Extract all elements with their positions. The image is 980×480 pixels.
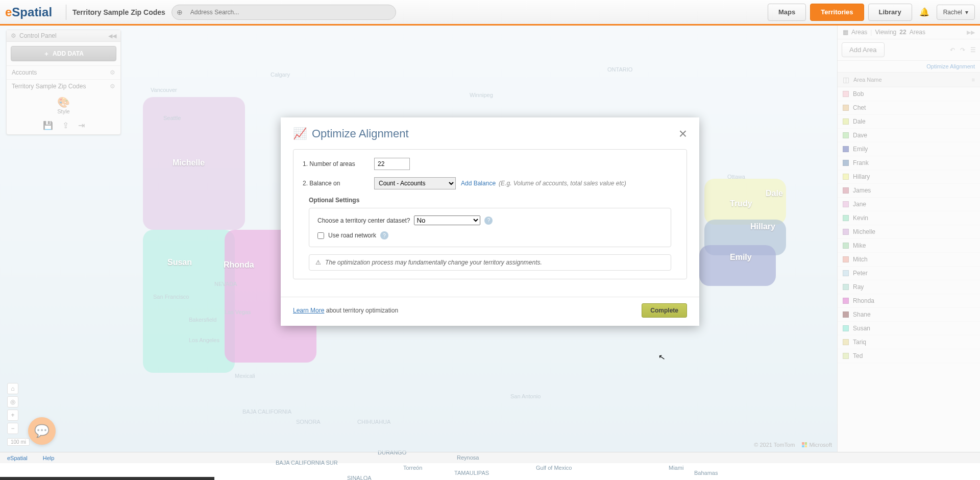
map-place-label: TAMAULIPAS — [454, 470, 489, 476]
main-area: MichelleSusanRhondaTrudyDaleHillaryEmily… — [0, 26, 980, 452]
modal-title: Optimize Alignment — [312, 127, 409, 140]
user-name: Rachel — [943, 9, 962, 16]
balance-on-row: 2. Balance on Count - Accounts Add Balan… — [303, 177, 677, 189]
map-place-label: Miami — [669, 465, 683, 471]
complete-button[interactable]: Complete — [642, 303, 687, 318]
notifications-icon[interactable]: 🔔 — [916, 7, 933, 17]
address-search-input[interactable] — [172, 5, 396, 20]
territory-center-select[interactable]: No — [414, 215, 480, 225]
territory-center-row: Choose a territory center dataset? No ? — [317, 215, 663, 225]
document-title: Territory Sample Zip Codes — [72, 8, 165, 16]
nav-library[interactable]: Library — [868, 4, 912, 21]
footer-accent-bar — [0, 477, 214, 480]
search-pin-icon[interactable]: ⊕ — [177, 8, 183, 16]
number-of-areas-row: 1. Number of areas — [303, 158, 677, 170]
nav-maps[interactable]: Maps — [768, 4, 806, 21]
warning-box: ⚠ The optimization process may fundament… — [309, 254, 671, 271]
footer-help-link[interactable]: Help — [43, 455, 55, 461]
search-wrapper: ⊕ — [172, 5, 396, 20]
number-of-areas-input[interactable] — [374, 158, 410, 170]
balance-on-label: 2. Balance on — [303, 180, 374, 187]
balance-on-select[interactable]: Count - Accounts — [374, 177, 456, 189]
trend-up-icon: 📈 — [293, 127, 307, 140]
warning-icon: ⚠ — [315, 259, 321, 266]
number-of-areas-label: 1. Number of areas — [303, 160, 374, 167]
road-network-label: Use road network — [328, 232, 376, 239]
map-place-label: BAJA CALIFORNIA SUR — [276, 460, 338, 466]
app-footer: eSpatial Help — [0, 452, 980, 463]
map-place-label: SINALOA — [347, 475, 372, 480]
learn-more-link[interactable]: Learn More — [293, 307, 324, 314]
modal-header: 📈 Optimize Alignment × — [281, 117, 699, 146]
optimize-alignment-modal: 📈 Optimize Alignment × 1. Number of area… — [281, 117, 699, 326]
header-right: Maps Territories Library 🔔 Rachel▾ — [768, 4, 975, 21]
app-logo: eSpatial — [5, 5, 52, 19]
optional-settings-title: Optional Settings — [309, 197, 677, 204]
chevron-down-icon: ▾ — [965, 9, 968, 16]
footer-brand-link[interactable]: eSpatial — [7, 455, 28, 461]
help-icon[interactable]: ? — [380, 231, 388, 239]
map-place-label: Gulf of Mexico — [536, 465, 572, 471]
modal-footer: Learn More about territory optimization … — [281, 297, 699, 326]
warning-text: The optimization process may fundamental… — [325, 259, 542, 266]
map-place-label: Reynosa — [457, 454, 479, 461]
app-header: eSpatial Territory Sample Zip Codes ⊕ Ma… — [0, 0, 980, 26]
learn-more-suffix: about territory optimization — [324, 307, 398, 314]
road-network-row: Use road network ? — [317, 231, 663, 239]
header-divider — [66, 5, 66, 20]
add-balance-link[interactable]: Add Balance — [461, 180, 496, 187]
map-place-label: Bahamas — [694, 470, 718, 476]
logo-e: e — [5, 5, 12, 19]
user-menu[interactable]: Rachel▾ — [937, 5, 975, 20]
logo-spatial: Spatial — [12, 5, 52, 19]
road-network-checkbox[interactable] — [317, 232, 324, 239]
balance-hint: (E.g. Volume of accounts, total sales va… — [499, 180, 626, 187]
optional-settings-box: Choose a territory center dataset? No ? … — [309, 208, 671, 247]
modal-body: 1. Number of areas 2. Balance on Count -… — [281, 149, 699, 290]
nav-territories[interactable]: Territories — [810, 4, 864, 21]
help-icon[interactable]: ? — [484, 217, 493, 225]
modal-close-icon[interactable]: × — [679, 127, 687, 141]
map-place-label: Torreón — [403, 465, 422, 471]
modal-form-box: 1. Number of areas 2. Balance on Count -… — [293, 149, 687, 279]
territory-center-label: Choose a territory center dataset? — [317, 217, 410, 224]
